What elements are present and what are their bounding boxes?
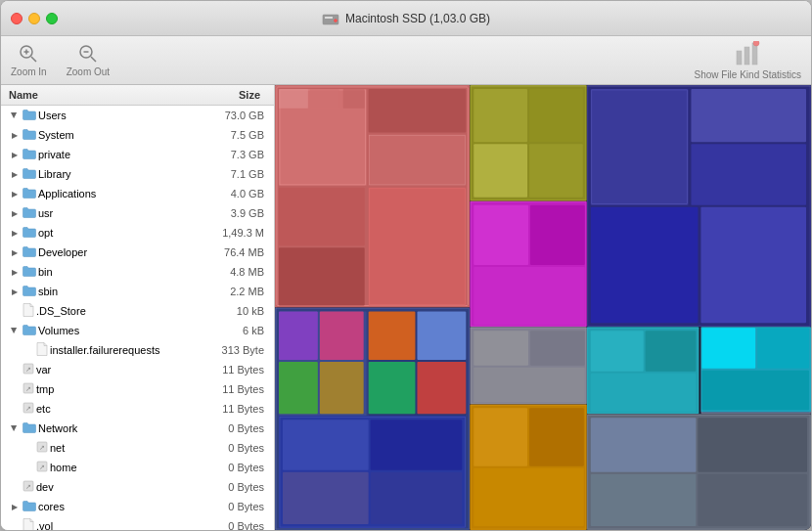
file-size: 7.1 GB	[192, 168, 270, 180]
svg-rect-10	[737, 51, 742, 65]
file-row[interactable]: ▶ .vol0 Bytes	[1, 516, 274, 530]
file-row[interactable]: ▶ installer.failurerequests313 Byte	[1, 340, 274, 360]
svg-rect-56	[474, 267, 585, 325]
zoom-out-button[interactable]: Zoom Out	[67, 43, 110, 77]
file-size: 7.3 GB	[192, 149, 270, 160]
file-size: 0 Bytes	[192, 442, 270, 454]
show-file-kind-stats-button[interactable]: Show File Kind Statistics	[695, 40, 802, 80]
file-name: Applications	[38, 188, 192, 199]
file-row[interactable]: ▶ Developer76.4 MB	[1, 243, 274, 262]
file-size: 76.4 MB	[192, 246, 270, 258]
file-row[interactable]: ▶ ↗ home0 Bytes	[1, 458, 274, 477]
title-bar: Macintosh SSD (1,03.0 GB)	[1, 1, 811, 36]
expand-arrow[interactable]: ▶	[9, 422, 21, 434]
col-size-header: Size	[188, 89, 266, 101]
folder-icon	[23, 109, 36, 123]
expand-arrow[interactable]: ▶	[9, 266, 21, 278]
symlink-icon: ↗	[36, 441, 48, 456]
file-row[interactable]: ▶ opt1,49.3 M	[1, 223, 274, 243]
svg-rect-84	[371, 420, 463, 469]
file-name: tmp	[36, 383, 192, 395]
file-name: home	[50, 462, 192, 473]
svg-rect-12	[752, 43, 757, 65]
expand-arrow[interactable]: ▶	[9, 501, 21, 512]
file-size: 6 kB	[192, 325, 270, 336]
svg-rect-94	[591, 418, 697, 471]
file-size: 11 Bytes	[192, 364, 270, 376]
close-button[interactable]	[11, 13, 23, 24]
file-row[interactable]: ▶ cores0 Bytes	[1, 497, 274, 516]
svg-rect-106	[275, 85, 277, 530]
svg-rect-36	[369, 188, 467, 306]
treemap-visualization	[275, 85, 811, 530]
folder-icon	[23, 245, 36, 260]
expand-arrow[interactable]: ▶	[9, 149, 21, 160]
expand-arrow[interactable]: ▶	[9, 325, 21, 336]
folder-icon	[23, 285, 36, 299]
svg-rect-103	[310, 89, 339, 109]
window-title: Macintosh SSD (1,03.0 GB)	[322, 12, 490, 25]
expand-arrow[interactable]: ▶	[9, 207, 21, 219]
svg-rect-79	[369, 362, 416, 414]
zoom-in-button[interactable]: Zoom In	[11, 43, 47, 77]
file-list[interactable]: ▶ Users73.0 GB▶ System7.5 GB▶ private7.3…	[1, 106, 274, 530]
svg-rect-101	[701, 371, 809, 411]
file-size: 2.2 MB	[192, 286, 270, 297]
file-row[interactable]: ▶ private7.3 GB	[1, 145, 274, 164]
main-content: Name Size ▶ Users73.0 GB▶ System7.5 GB▶ …	[1, 85, 811, 530]
svg-rect-66	[591, 374, 697, 413]
file-row[interactable]: ▶ Volumes6 kB	[1, 321, 274, 340]
svg-rect-32	[369, 134, 467, 185]
expand-arrow[interactable]: ▶	[9, 286, 21, 297]
expand-arrow[interactable]: ▶	[9, 188, 21, 199]
file-row[interactable]: ▶ Library7.1 GB	[1, 164, 274, 184]
svg-point-2	[334, 19, 337, 22]
svg-rect-80	[417, 362, 466, 414]
svg-rect-11	[744, 47, 749, 65]
svg-rect-89	[474, 408, 527, 465]
file-row[interactable]: ▶ ↗ dev0 Bytes	[1, 477, 274, 497]
file-name: net	[50, 442, 192, 454]
svg-rect-65	[646, 331, 697, 372]
svg-rect-60	[530, 331, 585, 366]
expand-arrow[interactable]: ▶	[9, 227, 21, 239]
svg-rect-49	[691, 144, 806, 204]
expand-arrow[interactable]: ▶	[9, 246, 21, 258]
svg-rect-85	[283, 472, 369, 524]
file-row[interactable]: ▶ ↗ net0 Bytes	[1, 438, 274, 458]
symlink-icon: ↗	[36, 461, 48, 475]
file-row[interactable]: ▶ Applications4.0 GB	[1, 184, 274, 203]
file-row[interactable]: ▶ usr3.9 GB	[1, 203, 274, 223]
symlink-icon: ↗	[23, 480, 34, 495]
disk-icon	[322, 12, 339, 25]
file-size: 3.9 GB	[192, 207, 270, 219]
file-row[interactable]: ▶ ↗ var11 Bytes	[1, 360, 274, 379]
file-size: 1,49.3 M	[192, 227, 270, 239]
expand-arrow[interactable]: ▶	[9, 110, 21, 121]
file-size: 4.8 MB	[192, 266, 270, 278]
file-row[interactable]: ▶ ↗ etc11 Bytes	[1, 399, 274, 419]
folder-icon	[23, 500, 36, 514]
expand-arrow[interactable]: ▶	[9, 129, 21, 141]
toolbar: Zoom In Zoom Out Show	[1, 36, 811, 85]
svg-rect-42	[474, 144, 527, 197]
expand-arrow[interactable]: ▶	[9, 168, 21, 180]
svg-text:↗: ↗	[25, 366, 31, 373]
file-row[interactable]: ▶ sbin2.2 MB	[1, 282, 274, 301]
svg-rect-59	[474, 331, 528, 366]
file-name: Users	[38, 110, 192, 121]
file-row[interactable]: ▶ ↗ tmp11 Bytes	[1, 379, 274, 399]
svg-rect-40	[474, 89, 527, 142]
file-name: .DS_Store	[36, 305, 192, 317]
file-size: 4.0 GB	[192, 188, 270, 199]
file-row[interactable]: ▶ Users73.0 GB	[1, 106, 274, 125]
minimize-button[interactable]	[28, 13, 40, 24]
maximize-button[interactable]	[46, 13, 58, 24]
symlink-icon: ↗	[23, 363, 34, 377]
file-row[interactable]: ▶ System7.5 GB	[1, 125, 274, 145]
svg-rect-104	[343, 89, 365, 109]
file-row[interactable]: ▶ .DS_Store10 kB	[1, 301, 274, 321]
file-size: 0 Bytes	[192, 422, 270, 434]
file-row[interactable]: ▶ bin4.8 MB	[1, 262, 274, 282]
file-row[interactable]: ▶ Network0 Bytes	[1, 419, 274, 438]
